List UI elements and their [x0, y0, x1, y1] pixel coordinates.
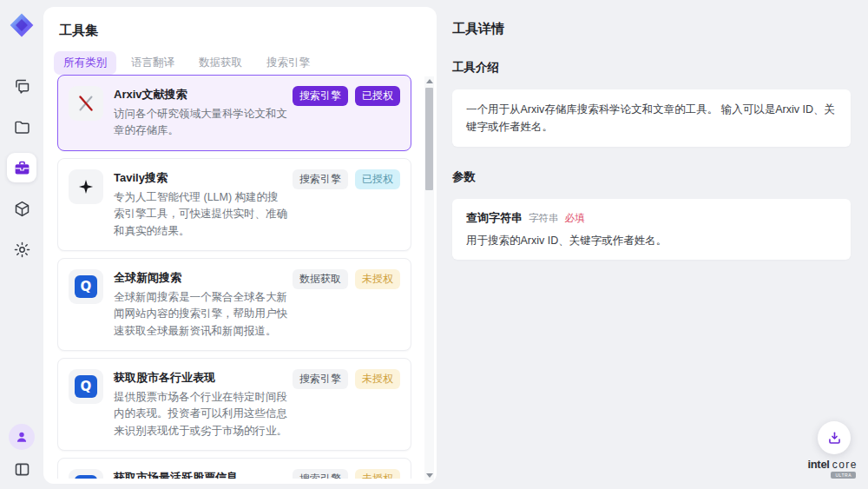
tool-description: 全球新闻搜索是一个聚合全球各大新闻网站内容的搜索引擎，帮助用户快速获取全球最新资… — [114, 289, 289, 340]
intro-text: 一个用于从Arxiv存储库搜索科学论文和文章的工具。 输入可以是Arxiv ID… — [466, 101, 837, 135]
person-icon — [14, 429, 30, 445]
folder-icon — [13, 118, 31, 136]
tool-name: Tavily搜索 — [114, 170, 289, 186]
rail-nav — [7, 71, 36, 264]
param-header: 查询字符串 字符串 必填 — [466, 210, 837, 226]
intel-wordmark: intel — [807, 458, 829, 471]
ultra-badge: ultra — [831, 472, 856, 479]
category-badge: 搜索引擎 — [293, 369, 348, 389]
sidebar-item-settings[interactable] — [7, 235, 36, 264]
app-logo[interactable] — [9, 12, 35, 38]
tool-description: 提供股票市场各个行业在特定时间段内的表现。投资者可以利用这些信息来识别表现优于或… — [114, 389, 289, 439]
tool-name: Arxiv文献搜索 — [114, 87, 289, 102]
toolbox-icon — [13, 159, 31, 177]
category-badge: 数据获取 — [293, 269, 348, 289]
tab-category-3[interactable]: 搜索引擎 — [257, 51, 319, 75]
tab-category-0[interactable]: 所有类别 — [54, 51, 116, 75]
tool-badges: 搜索引擎 未授权 — [293, 469, 400, 479]
tool-card[interactable]: Q 全球新闻搜索 全球新闻搜索是一个聚合全球各大新闻网站内容的搜索引擎，帮助用户… — [57, 258, 411, 351]
rail-bottom — [9, 424, 35, 479]
tool-list-panel: 工具集 所有类别语言翻译数据获取搜索引擎 Arxiv文献搜索 访问各个研究领域大… — [43, 7, 437, 484]
blue-q-icon: Q — [69, 469, 103, 479]
intel-core-text: intel core — [807, 458, 858, 471]
auth-status-badge: 已授权 — [355, 86, 400, 106]
blue-q-icon: Q — [69, 369, 103, 404]
tool-detail-panel: 工具详情 工具介绍 一个用于从Arxiv存储库搜索科学论文和文章的工具。 输入可… — [437, 0, 868, 489]
tool-badges: 搜索引擎 未授权 — [293, 369, 400, 389]
auth-status-badge: 未授权 — [355, 369, 400, 389]
sidebar-item-folder[interactable] — [7, 112, 36, 142]
auth-status-badge: 未授权 — [355, 269, 400, 289]
logo-gem-icon — [9, 12, 35, 38]
tool-description: 专为人工智能代理 (LLM) 构建的搜索引擎工具，可快速提供实时、准确和真实的结… — [114, 189, 289, 240]
param-description: 用于搜索的Arxiv ID、关键字或作者姓名。 — [466, 234, 837, 248]
category-badge: 搜索引擎 — [293, 169, 348, 189]
tool-name: 获取股市各行业表现 — [114, 370, 289, 386]
param-type: 字符串 — [529, 212, 559, 225]
tab-category-2[interactable]: 数据获取 — [189, 51, 252, 75]
split-panel-icon — [13, 460, 31, 479]
scrollbar-thumb[interactable] — [425, 88, 433, 190]
params-heading: 参数 — [452, 169, 851, 185]
tool-badges: 搜索引擎 已授权 — [293, 169, 400, 189]
sidebar-item-toolbox[interactable] — [7, 153, 36, 182]
tab-category-1[interactable]: 语言翻译 — [122, 51, 184, 75]
nav-rail — [0, 0, 43, 489]
sidebar-item-chat[interactable] — [7, 71, 36, 101]
auth-status-badge: 未授权 — [355, 469, 400, 479]
download-icon — [826, 430, 843, 446]
list-scrollbar[interactable] — [424, 76, 434, 480]
category-badge: 搜索引擎 — [293, 469, 348, 479]
tool-name: 获取市场最活跃股票信息 — [114, 470, 289, 479]
tool-name: 全球新闻搜索 — [114, 270, 289, 286]
tool-card[interactable]: Q 获取市场最活跃股票信息 提供当天交易量最高的股票列表，投资者可以利用这些信息… — [57, 458, 411, 479]
param-card: 查询字符串 字符串 必填 用于搜索的Arxiv ID、关键字或作者姓名。 — [452, 199, 851, 260]
cube-icon — [13, 200, 31, 218]
arxiv-icon — [69, 86, 103, 121]
tool-badges: 数据获取 未授权 — [293, 269, 400, 289]
category-badge: 搜索引擎 — [293, 86, 348, 106]
tavily-star-icon — [69, 169, 103, 204]
category-tabs: 所有类别语言翻译数据获取搜索引擎 — [54, 51, 437, 75]
intro-card: 一个用于从Arxiv存储库搜索科学论文和文章的工具。 输入可以是Arxiv ID… — [452, 89, 851, 147]
scroll-down-arrow-icon[interactable] — [426, 473, 433, 478]
tool-card[interactable]: Arxiv文献搜索 访问各个研究领域大量科学论文和文章的存储库。 搜索引擎 已授… — [57, 75, 411, 151]
settings-icon — [13, 241, 31, 259]
tool-description: 访问各个研究领域大量科学论文和文章的存储库。 — [114, 106, 289, 140]
detail-title: 工具详情 — [452, 21, 851, 37]
tool-card[interactable]: Tavily搜索 专为人工智能代理 (LLM) 构建的搜索引擎工具，可快速提供实… — [57, 158, 411, 251]
sidebar-item-cube[interactable] — [7, 194, 36, 223]
page-title: 工具集 — [59, 23, 437, 39]
user-avatar[interactable] — [9, 424, 35, 450]
tool-list: Arxiv文献搜索 访问各个研究领域大量科学论文和文章的存储库。 搜索引擎 已授… — [57, 75, 411, 479]
chat-icon — [13, 77, 31, 96]
param-required-flag: 必填 — [565, 212, 585, 225]
intel-core-logo: intel core ultra — [807, 458, 858, 479]
tool-card[interactable]: Q 获取股市各行业表现 提供股票市场各个行业在特定时间段内的表现。投资者可以利用… — [57, 358, 411, 451]
auth-status-badge: 已授权 — [355, 169, 400, 189]
panel-toggle[interactable] — [13, 460, 31, 479]
intro-heading: 工具介绍 — [452, 60, 851, 76]
blue-q-icon: Q — [69, 269, 103, 304]
scroll-up-arrow-icon[interactable] — [426, 79, 433, 83]
download-button[interactable] — [818, 421, 851, 454]
tool-badges: 搜索引擎 已授权 — [293, 86, 400, 106]
param-name: 查询字符串 — [466, 210, 523, 226]
core-wordmark: core — [832, 459, 858, 471]
